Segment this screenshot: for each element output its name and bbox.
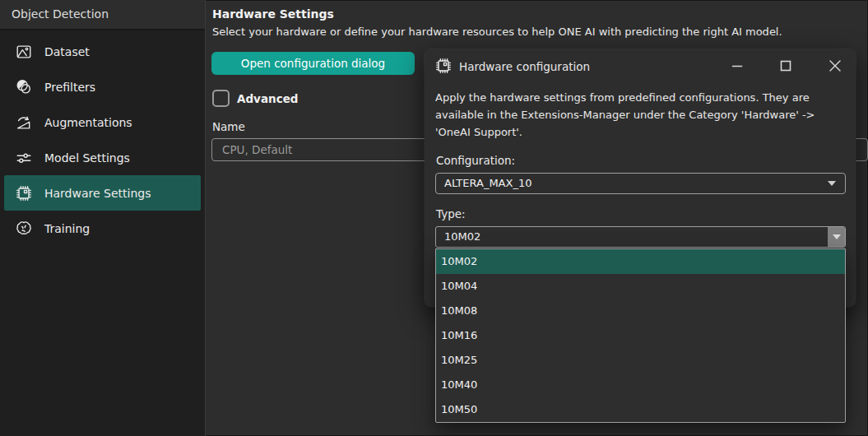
sidebar-nav: Dataset Prefilters	[0, 30, 205, 246]
type-dropdown-button[interactable]	[828, 227, 845, 247]
type-dropdown[interactable]: 10M02	[435, 226, 846, 248]
sidebar-item-label: Dataset	[44, 45, 90, 58]
page-title: Hardware Settings	[212, 7, 334, 21]
configuration-label: Configuration:	[436, 154, 515, 167]
sidebar-item-training[interactable]: Training	[4, 211, 201, 246]
configuration-value: ALTERA_MAX_10	[444, 177, 531, 189]
type-option[interactable]: 10M08	[436, 299, 845, 323]
minimize-icon[interactable]	[726, 55, 748, 77]
dialog-description: Apply the hardware settings from predefi…	[435, 89, 849, 141]
type-option[interactable]: 10M04	[436, 274, 845, 299]
prefilter-icon	[15, 78, 33, 96]
advanced-checkbox-label: Advanced	[237, 92, 298, 105]
sidebar-item-dataset[interactable]: Dataset	[4, 34, 201, 69]
sidebar-item-label: Model Settings	[44, 151, 130, 165]
page-description: Select your hardware or define your hard…	[212, 26, 782, 38]
configuration-dropdown[interactable]: ALTERA_MAX_10	[435, 173, 846, 194]
sidebar-item-label: Prefilters	[44, 81, 95, 94]
sidebar-item-label: Training	[44, 222, 90, 235]
close-icon[interactable]	[824, 55, 846, 77]
brain-icon	[15, 220, 33, 238]
maximize-icon[interactable]	[775, 55, 796, 77]
type-option[interactable]: 10M02	[436, 249, 845, 274]
type-option[interactable]: 10M40	[436, 373, 845, 397]
sidebar-item-prefilters[interactable]: Prefilters	[4, 69, 201, 104]
sidebar-item-model-settings[interactable]: Model Settings	[4, 140, 201, 175]
type-options-popup: 10M02 10M04 10M08 10M16 10M25 10M40 10M5…	[435, 248, 846, 423]
advanced-checkbox[interactable]	[212, 90, 230, 107]
dialog-title: Hardware configuration	[459, 60, 590, 73]
sidebar-item-label: Augmentations	[44, 116, 132, 129]
chevron-down-icon	[833, 234, 841, 239]
sidebar: Object Detection Dataset	[0, 0, 206, 436]
chevron-down-icon	[828, 181, 836, 186]
augmentation-icon	[15, 114, 33, 132]
sliders-icon	[15, 149, 33, 167]
type-label: Type:	[436, 207, 466, 220]
open-configuration-dialog-button[interactable]: Open configuration dialog	[211, 52, 415, 75]
type-option[interactable]: 10M16	[436, 323, 845, 348]
type-option[interactable]: 10M25	[436, 348, 845, 373]
chip-icon	[15, 184, 33, 202]
sidebar-item-label: Hardware Settings	[44, 187, 151, 200]
type-option[interactable]: 10M50	[436, 397, 845, 422]
sidebar-item-hardware-settings[interactable]: Hardware Settings	[4, 175, 201, 211]
image-icon	[15, 43, 33, 61]
name-field-label: Name	[212, 120, 245, 133]
app-window: Object Detection Dataset	[0, 0, 868, 436]
sidebar-title: Object Detection	[0, 0, 205, 30]
type-value: 10M02	[444, 230, 480, 243]
sidebar-item-augmentations[interactable]: Augmentations	[4, 104, 201, 140]
chip-icon	[434, 57, 453, 75]
